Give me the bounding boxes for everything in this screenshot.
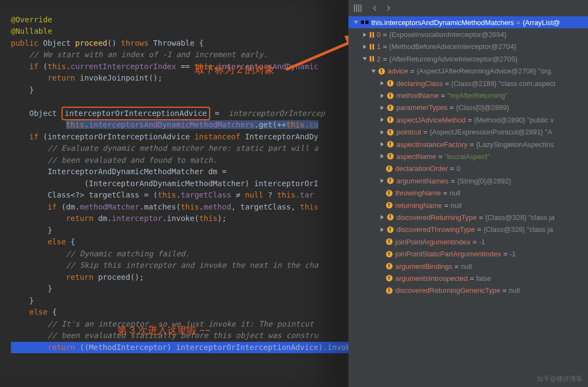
field-argumentNames[interactable]: fargumentNames={String[0]@2892} (348, 175, 588, 187)
user-annotation-2: 第 3 次进入这里啦 ~~ (117, 324, 211, 337)
field-icon: f (378, 67, 385, 75)
svg-marker-22 (381, 106, 384, 110)
list-item-1[interactable]: 1={MethodBeforeAdviceInterceptor@2704} (348, 41, 588, 53)
element-icon (369, 44, 375, 50)
svg-marker-4 (363, 33, 366, 37)
execution-line: return ((MethodInterceptor) interceptorO… (11, 342, 348, 354)
field-icon: f (387, 128, 394, 136)
field-methodName[interactable]: fmethodName="myAfterReturning" (348, 89, 588, 101)
svg-marker-46 (381, 215, 384, 219)
glasses-icon (360, 20, 369, 25)
svg-rect-6 (372, 32, 374, 38)
field-returningName[interactable]: freturningName=null (348, 199, 588, 211)
field-parameterTypes[interactable]: fparameterTypes={Class[0]@2889} (348, 102, 588, 114)
field-icon: f (385, 262, 393, 270)
svg-rect-5 (370, 32, 371, 38)
watermark: 知乎@楼仔博客 (537, 374, 583, 384)
field-icon: f (387, 213, 394, 221)
field-discoveredReturningType[interactable]: fdiscoveredReturningType={Class@328} "cl… (348, 211, 588, 223)
svg-marker-39 (381, 179, 384, 183)
element-icon (369, 56, 375, 62)
svg-point-3 (365, 21, 369, 24)
svg-marker-13 (371, 70, 376, 73)
field-declaringClass[interactable]: fdeclaringClass={Class@2189} "class com.… (348, 77, 588, 89)
field-aspectInstanceFactory[interactable]: faspectInstanceFactory={LazySingletonAsp… (348, 138, 588, 150)
field-pointcut[interactable]: fpointcut={AspectJExpressionPointcut@289… (348, 126, 588, 138)
debugger-panel[interactable]: this.interceptorsAndDynamicMethodMatcher… (348, 0, 588, 387)
field-declarationOrder[interactable]: fdeclarationOrder=0 (348, 163, 588, 175)
svg-marker-34 (381, 154, 384, 158)
element-icon (369, 32, 375, 38)
user-annotation-1: 取下标为 2 的对象 (195, 63, 274, 76)
svg-rect-11 (370, 56, 371, 62)
field-icon: f (385, 201, 393, 209)
field-icon: f (387, 116, 394, 124)
field-icon: f (387, 226, 394, 234)
field-icon: f (385, 238, 393, 245)
svg-marker-25 (381, 118, 384, 122)
svg-marker-1 (354, 21, 358, 24)
svg-marker-31 (381, 142, 384, 146)
field-icon: f (387, 104, 394, 112)
field-icon: f (385, 165, 393, 173)
method-name: proceed (75, 39, 107, 47)
field-icon: f (385, 250, 393, 258)
field-icon: f (387, 152, 394, 160)
comment: // We start with an index of -1 and incr… (29, 50, 268, 59)
annotation-nullable: @Nullable (11, 27, 52, 35)
annotation-override: @Override (11, 15, 52, 24)
forward-arrow-icon[interactable] (384, 4, 392, 12)
field-icon: f (385, 287, 393, 294)
field-icon: f (385, 274, 393, 282)
svg-marker-7 (363, 45, 366, 49)
svg-rect-12 (372, 56, 374, 62)
field-icon: f (387, 177, 394, 185)
field-discoveredThrowingType[interactable]: fdiscoveredThrowingType={Class@328} "cla… (348, 224, 588, 236)
svg-marker-10 (363, 57, 367, 60)
svg-rect-8 (370, 44, 371, 50)
field-argumentsIntrospected[interactable]: fargumentsIntrospected=false (348, 272, 588, 284)
field-icon: f (387, 79, 394, 87)
field-joinPointStaticPartArgumentIndex[interactable]: fjoinPointStaticPartArgumentIndex=-1 (348, 248, 588, 260)
list-item-2[interactable]: 2={AfterReturningAdviceInterceptor@2705} (348, 53, 588, 65)
field-aspectJAdviceMethod[interactable]: faspectJAdviceMethod={Method@2890} "publ… (348, 114, 588, 126)
highlighted-variable: interceptorOrInterceptionAdvice (62, 107, 210, 121)
kw-public: public (11, 39, 39, 47)
svg-rect-9 (372, 44, 374, 50)
debugger-toolbar (348, 0, 588, 16)
field-icon: f (387, 92, 394, 100)
watch-root[interactable]: this.interceptorsAndDynamicMethodMatcher… (348, 16, 588, 28)
svg-marker-16 (381, 81, 384, 85)
field-argumentBindings[interactable]: fargumentBindings=null (348, 260, 588, 272)
field-icon: f (385, 189, 393, 197)
back-arrow-icon[interactable] (371, 4, 379, 12)
field-joinPointArgumentIndex[interactable]: fjoinPointArgumentIndex=-1 (348, 236, 588, 248)
list-item-0[interactable]: 0={ExposeInvocationInterceptor@2694} (348, 28, 588, 40)
svg-marker-28 (381, 130, 384, 134)
field-advice[interactable]: fadvice={AspectJAfterReturningAdvice@270… (348, 65, 588, 77)
field-discoveredReturningGenericType[interactable]: fdiscoveredReturningGenericType=null (348, 285, 588, 297)
field-throwingName[interactable]: fthrowingName=null (348, 187, 588, 199)
svg-marker-49 (381, 228, 384, 232)
svg-point-2 (361, 21, 364, 24)
drag-handle-icon[interactable] (354, 4, 362, 12)
svg-marker-19 (381, 94, 384, 98)
field-icon: f (387, 140, 394, 148)
field-aspectName[interactable]: faspectName="louzaiAspect" (348, 150, 588, 162)
